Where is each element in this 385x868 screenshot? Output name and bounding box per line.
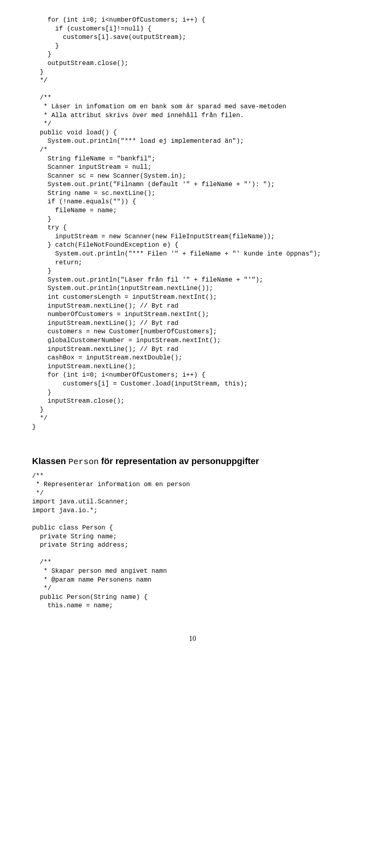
heading-classname: Person (69, 457, 99, 466)
document-page: for (int i=0; i<numberOfCustomers; i++) … (0, 0, 385, 667)
heading-suffix: för representation av personuppgifter (99, 456, 259, 466)
heading-prefix: Klassen (32, 456, 69, 466)
code-block-person-class: /** * Representerar information om en pe… (32, 472, 353, 611)
code-block-bank-load: for (int i=0; i<numberOfCustomers; i++) … (32, 16, 353, 432)
section-heading-person: Klassen Person för representation av per… (32, 456, 353, 466)
page-number: 10 (32, 635, 353, 643)
